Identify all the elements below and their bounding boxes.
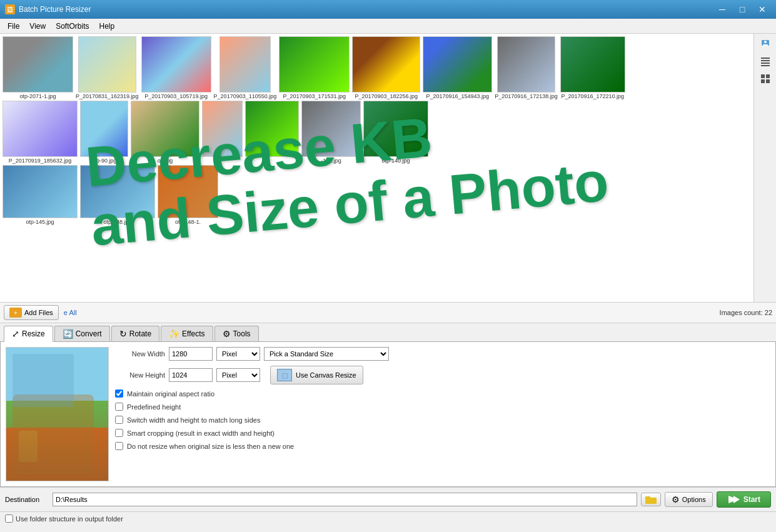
smart-crop-row: Smart cropping (result in exact width an… bbox=[115, 429, 770, 437]
minimize-button[interactable]: ─ bbox=[713, 3, 731, 16]
no-resize-row: Do not resize when original size is less… bbox=[115, 442, 770, 450]
standard-size-select[interactable]: Pick a Standard Size 640x480 800x600 102… bbox=[264, 347, 389, 361]
close-button[interactable]: ✕ bbox=[753, 3, 771, 16]
folder-icon bbox=[645, 495, 657, 504]
tab-rotate[interactable]: ↻ Rotate bbox=[111, 326, 159, 341]
smart-crop-checkbox[interactable] bbox=[115, 429, 123, 437]
thumb-label: P_20170916_154943.jpg bbox=[426, 93, 489, 99]
predefined-height-row: Predefined height bbox=[115, 403, 770, 411]
thumb-label: otp-140.jpg bbox=[381, 158, 410, 164]
width-row: New Width Pixel Percent cm mm inch Pick … bbox=[115, 347, 770, 361]
list-item[interactable] bbox=[245, 101, 299, 158]
thumb-label: P_20170903_182256.jpg bbox=[355, 93, 418, 99]
list-item[interactable]: -131.jpg bbox=[301, 101, 361, 164]
svg-rect-7 bbox=[761, 74, 765, 78]
options-button[interactable]: ⚙ Options bbox=[665, 492, 713, 507]
list-view-icon[interactable] bbox=[757, 54, 774, 69]
destination-label: Destination bbox=[5, 496, 49, 503]
tab-resize[interactable]: ⤢ Resize bbox=[4, 326, 53, 342]
tools-icon: ⚙ bbox=[223, 329, 231, 339]
height-input[interactable] bbox=[169, 368, 213, 382]
maintain-aspect-checkbox[interactable] bbox=[115, 389, 123, 398]
tab-tools[interactable]: ⚙ Tools bbox=[214, 326, 259, 341]
list-item[interactable]: otp-148-1. bbox=[158, 165, 218, 225]
switch-sides-checkbox[interactable] bbox=[115, 416, 123, 424]
start-button[interactable]: Start bbox=[717, 491, 771, 508]
list-item[interactable]: P_20170831_162319.jpg bbox=[76, 36, 139, 99]
thumb-label: otp-148-1. bbox=[175, 219, 201, 225]
menu-softorbits[interactable]: SoftOrbits bbox=[51, 19, 94, 33]
thumb-label: -131.jpg bbox=[321, 158, 341, 164]
thumb-label: otp-90.jpg bbox=[91, 158, 116, 164]
list-item[interactable]: P_20170916_154943.jpg bbox=[423, 36, 492, 99]
svg-rect-6 bbox=[761, 65, 770, 66]
thumb-label: otp-148.jpg bbox=[103, 219, 131, 225]
svg-rect-3 bbox=[761, 58, 770, 59]
bottom-area: + Add Files e All Images count: 22 ⤢ Res… bbox=[0, 303, 776, 532]
tab-effects[interactable]: ✨ Effects bbox=[161, 326, 213, 341]
thumbnail-grid: otp-2071-1.jpg P_20170831_162319.jpg P_2… bbox=[0, 34, 776, 302]
list-item[interactable]: P_20170916_172138.jpg bbox=[495, 36, 558, 99]
destination-input[interactable] bbox=[53, 493, 637, 506]
main-content: otp-2071-1.jpg P_20170831_162319.jpg P_2… bbox=[0, 34, 776, 532]
switch-sides-label[interactable]: Switch width and height to match long si… bbox=[127, 416, 260, 424]
thumb-label: P_20170831_162319.jpg bbox=[76, 93, 139, 99]
predefined-height-label[interactable]: Predefined height bbox=[127, 403, 181, 411]
tab-effects-label: Effects bbox=[182, 329, 204, 338]
list-item[interactable]: P_20170916_172210.jpg bbox=[560, 36, 625, 99]
canvas-icon: ⬚ bbox=[277, 369, 292, 381]
list-item[interactable]: otp-148.jpg bbox=[80, 165, 155, 225]
person-icon[interactable] bbox=[757, 36, 774, 51]
height-row: New Height Pixel Percent cm mm inch ⬚ Us… bbox=[115, 366, 770, 384]
svg-rect-10 bbox=[766, 79, 770, 83]
tab-convert[interactable]: 🔄 Convert bbox=[54, 326, 110, 341]
predefined-height-checkbox[interactable] bbox=[115, 403, 123, 411]
list-item[interactable]: P_20170903_105719.jpg bbox=[141, 36, 211, 99]
list-item[interactable]: otp-145.jpg bbox=[3, 165, 78, 225]
app-title: Batch Picture Resizer bbox=[19, 5, 713, 14]
smart-crop-label[interactable]: Smart cropping (result in exact width an… bbox=[127, 429, 275, 437]
height-unit-select[interactable]: Pixel Percent cm mm inch bbox=[216, 368, 260, 382]
list-item[interactable]: o6.jpg bbox=[131, 101, 199, 164]
canvas-resize-label: Use Canvas Resize bbox=[296, 371, 356, 379]
no-resize-label[interactable]: Do not resize when original size is less… bbox=[127, 443, 294, 450]
remove-all-link[interactable]: e All bbox=[64, 309, 77, 316]
list-item[interactable]: otp-2071-1.jpg bbox=[3, 36, 73, 99]
tabs-bar: ⤢ Resize 🔄 Convert ↻ Rotate ✨ Effects ⚙ … bbox=[0, 323, 776, 342]
grid-view-icon[interactable] bbox=[757, 71, 774, 86]
tab-resize-label: Resize bbox=[22, 329, 45, 338]
list-item[interactable]: otp-140.jpg bbox=[363, 101, 428, 164]
app-icon: 🖼 bbox=[5, 4, 15, 14]
add-files-icon: + bbox=[9, 308, 22, 318]
menu-file[interactable]: File bbox=[3, 19, 24, 33]
maintain-aspect-row: Maintain original aspect ratio bbox=[115, 389, 770, 398]
list-item[interactable]: otp-90.jpg bbox=[80, 101, 128, 164]
maintain-aspect-label[interactable]: Maintain original aspect ratio bbox=[127, 390, 214, 398]
canvas-resize-button[interactable]: ⬚ Use Canvas Resize bbox=[270, 366, 363, 384]
menu-view[interactable]: View bbox=[24, 19, 51, 33]
list-item[interactable]: P_20170903_171531.jpg bbox=[279, 36, 350, 99]
menu-help[interactable]: Help bbox=[94, 19, 120, 33]
svg-rect-8 bbox=[766, 74, 770, 78]
new-height-label: New Height bbox=[115, 371, 165, 379]
convert-icon: 🔄 bbox=[63, 329, 73, 339]
tab-rotate-label: Rotate bbox=[129, 329, 151, 338]
gear-icon: ⚙ bbox=[672, 494, 680, 504]
list-item[interactable] bbox=[202, 101, 243, 158]
maximize-button[interactable]: □ bbox=[733, 3, 751, 16]
list-item[interactable]: P_20170919_185632.jpg bbox=[3, 101, 78, 164]
width-unit-select[interactable]: Pixel Percent cm mm inch bbox=[216, 347, 260, 361]
use-folder-label[interactable]: Use folder structure in output folder bbox=[16, 515, 123, 523]
list-item[interactable]: P_20170903_110550.jpg bbox=[214, 36, 277, 99]
window-controls: ─ □ ✕ bbox=[713, 3, 771, 16]
settings-form: New Width Pixel Percent cm mm inch Pick … bbox=[115, 347, 770, 481]
add-files-button[interactable]: + Add Files bbox=[4, 305, 59, 320]
list-item[interactable]: P_20170903_182256.jpg bbox=[352, 36, 420, 99]
svg-point-1 bbox=[764, 41, 767, 43]
no-resize-checkbox[interactable] bbox=[115, 442, 123, 450]
use-folder-checkbox[interactable] bbox=[5, 514, 13, 523]
width-input[interactable] bbox=[169, 347, 213, 361]
destination-bar: Destination ⚙ Options Start bbox=[0, 487, 776, 511]
browse-button[interactable] bbox=[641, 493, 661, 506]
svg-rect-2 bbox=[763, 44, 768, 46]
